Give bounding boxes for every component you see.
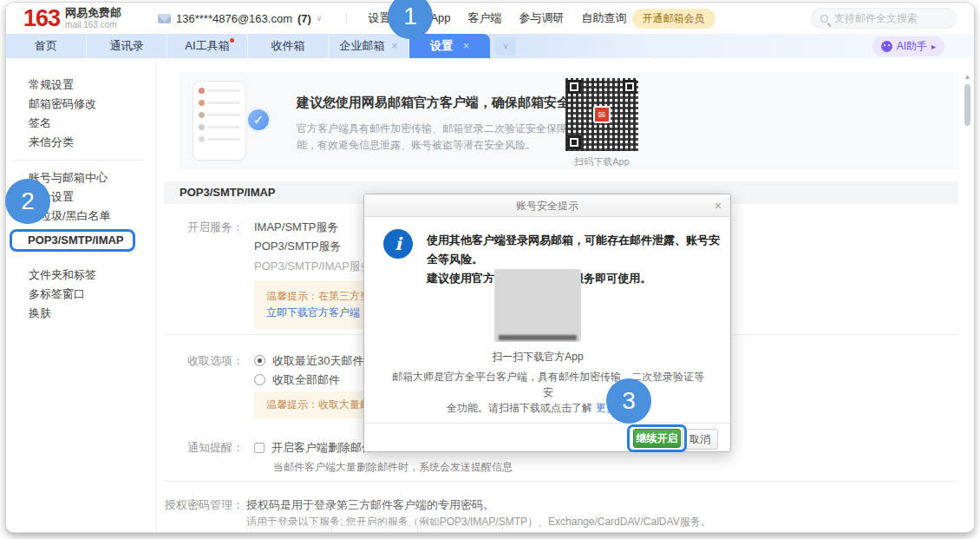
tab-enterprise-mail[interactable]: 企业邮箱× (329, 34, 409, 58)
close-icon[interactable]: × (715, 194, 722, 217)
scrollbar[interactable]: ▲ (964, 72, 971, 194)
auth-code-table-partial (246, 525, 503, 533)
service-pop3-smtp: POP3/SMTP服务 (254, 239, 341, 254)
row-divider (164, 481, 958, 482)
service-imap-smtp: IMAP/SMTP服务 (254, 220, 339, 235)
account-security-dialog: 账号安全提示 × i 使用其他客户端登录网易邮箱，可能存在邮件泄露、账号安全等风… (363, 194, 731, 452)
qr-placeholder (494, 269, 581, 342)
radio-unchecked-icon[interactable] (254, 374, 265, 385)
account-menu[interactable]: 136****4876@163.com (7) ∨ (158, 12, 322, 25)
sidebar-item-password[interactable]: 邮箱密码修改 (6, 95, 156, 114)
tab-home[interactable]: 首页 (6, 34, 87, 58)
app-window: 163 网易免费邮 mail.163.com 136****4876@163.c… (5, 2, 975, 533)
unread-count: (7) (297, 12, 311, 25)
divider (346, 13, 347, 23)
header-nav: 设置 手机App 客户端 参与调研 自助查询 (343, 10, 626, 26)
banner-subtitle: 官方客户端具有邮件加密传输、邮箱登录二次验证安全保障功 能，有效避免信息泄露、账… (297, 121, 578, 154)
logo-163: 163 (23, 5, 60, 31)
mail-icon (158, 14, 171, 23)
sidebar-divider (13, 160, 144, 161)
service-pop3-smtp-imap: POP3/SMTP/IMAP服务 (254, 259, 372, 274)
auth-label: 授权密码管理： (157, 497, 244, 513)
tab-settings[interactable]: 设置× (409, 34, 490, 58)
arrow-right-icon: ▸ (931, 42, 936, 51)
vip-badge[interactable]: 开通邮箱会员 (632, 9, 715, 29)
cancel-button[interactable]: 取消 (682, 429, 718, 450)
tab-contacts[interactable]: 通讯录 (87, 34, 167, 58)
sidebar-item-general[interactable]: 常规设置 (6, 76, 156, 95)
phone-mockup-image (193, 81, 246, 161)
notify-checkbox-row[interactable]: 开启客户端删除邮件 (254, 440, 373, 456)
dialog-title: 账号安全提示 (364, 194, 730, 217)
qr-code-download-app: ✉ (565, 78, 638, 151)
top-header: 163 网易免费邮 mail.163.com 136****4876@163.c… (6, 3, 974, 34)
qr-covered-text (499, 335, 577, 340)
search-icon (820, 15, 828, 23)
chevron-down-icon: ∨ (317, 14, 323, 23)
shield-check-icon: ✓ (245, 107, 271, 133)
continue-enable-button[interactable]: 继续开启 (633, 429, 681, 448)
ai-assistant-button[interactable]: AI助手 ▸ (872, 36, 944, 56)
service-label: 开启服务： (157, 220, 244, 235)
tab-bar: 首页 通讯录 AI工具箱 收件箱 企业邮箱× 设置× ∨ AI助手 ▸ (6, 34, 974, 58)
search-input[interactable] (834, 12, 947, 24)
search-box[interactable] (811, 8, 957, 29)
nav-self-service-link[interactable]: 自助查询 (582, 10, 627, 26)
brand-domain: mail.163.com (65, 20, 121, 30)
info-icon: i (383, 229, 413, 259)
qr-caption: 扫码下载App (546, 155, 658, 168)
tab-inbox[interactable]: 收件箱 (248, 34, 329, 58)
confirm-highlight-box: 继续开启 (627, 424, 687, 452)
sidebar-item-multitab[interactable]: 多标签窗口 (6, 285, 156, 304)
radio-checked-icon[interactable] (254, 355, 265, 366)
auth-line1: 授权码是用于登录第三方邮件客户端的专用密码。 (246, 497, 494, 513)
tab-list-dropdown[interactable]: ∨ (495, 37, 516, 56)
banner-title: 建议您使用网易邮箱官方客户端，确保邮箱安全 (297, 95, 570, 111)
close-tab-icon[interactable]: × (391, 40, 397, 52)
nav-survey-link[interactable]: 参与调研 (519, 10, 565, 26)
sidebar-item-signature[interactable]: 签名 (6, 114, 156, 133)
official-client-banner: ✓ 建议您使用网易邮箱官方客户端，确保邮箱安全 官方客户端具有邮件加密传输、邮箱… (180, 72, 958, 169)
notification-dot (230, 38, 234, 43)
checkbox-unchecked-icon[interactable] (254, 443, 265, 453)
notify-subtext: 当邮件客户端大量删除邮件时，系统会发送提醒信息 (273, 460, 513, 475)
dialog-footer-divider (364, 423, 730, 424)
dialog-qr-caption: 扫一扫下载官方App (451, 350, 624, 365)
tab-ai-toolbox[interactable]: AI工具箱 (167, 34, 248, 58)
dialog-description: 邮箱大师是官方全平台客户端，具有邮件加密传输、二次登录验证等安 全功能。请扫描下… (390, 369, 706, 416)
fetch-option-30days[interactable]: 收取最近30天邮件 (254, 353, 363, 369)
close-tab-icon[interactable]: × (463, 40, 469, 52)
brand-name: 网易免费邮 (65, 7, 121, 19)
scrollbar-thumb[interactable] (964, 84, 970, 126)
sidebar-item-skin[interactable]: 换肤 (6, 304, 156, 323)
mail-master-logo-icon: ✉ (593, 106, 611, 123)
ai-assistant-icon (881, 41, 892, 52)
settings-sidebar: 常规设置 邮箱密码修改 签名 来信分类 账号与邮箱中心 安全设置 反垃圾/黑白名… (6, 58, 157, 532)
account-email: 136****4876@163.com (176, 12, 292, 25)
notify-label: 通知提醒： (157, 440, 244, 456)
annotation-step-2: 2 (5, 179, 50, 224)
nav-client-link[interactable]: 客户端 (468, 10, 502, 26)
scroll-up-icon[interactable]: ▲ (964, 72, 971, 82)
sidebar-item-mail-sorting[interactable]: 来信分类 (6, 133, 156, 152)
sidebar-item-pop3-smtp-imap[interactable]: POP3/SMTP/IMAP (10, 229, 135, 252)
fetch-option-all[interactable]: 收取全部邮件 (254, 372, 340, 388)
annotation-step-3: 3 (606, 378, 651, 424)
fetch-label: 收取选项： (157, 353, 244, 369)
sidebar-item-folders-labels[interactable]: 文件夹和标签 (6, 266, 156, 285)
